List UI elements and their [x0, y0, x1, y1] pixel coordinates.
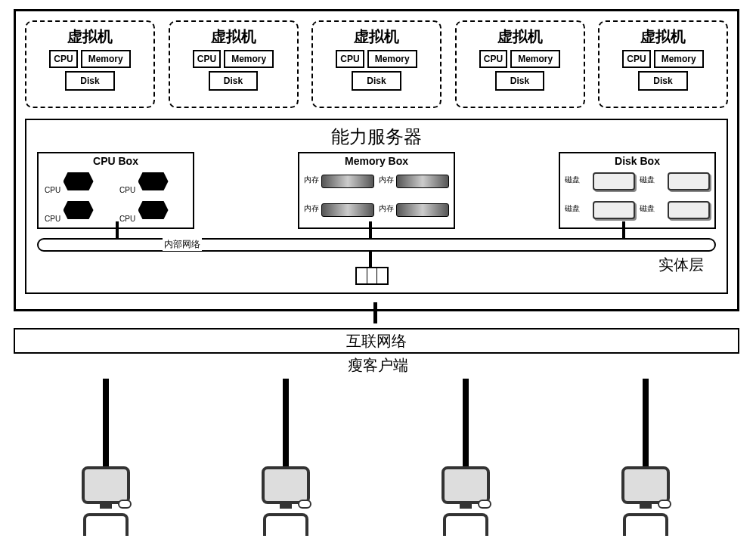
- vm-memory: Memory: [654, 50, 704, 68]
- vm-memory: Memory: [224, 50, 274, 68]
- connector-line: [116, 221, 119, 238]
- thin-client: [420, 466, 511, 542]
- mouse-icon: [118, 500, 132, 509]
- vm-box: 虚拟机 CPU Memory Disk: [598, 20, 728, 108]
- monitor-icon: [262, 466, 310, 504]
- memory-item: 内存: [304, 169, 374, 194]
- vm-disk: Disk: [209, 71, 258, 91]
- disk-box-title: Disk Box: [563, 155, 711, 167]
- internet-bar: 互联网络: [14, 328, 739, 354]
- vm-memory: Memory: [367, 50, 417, 68]
- cpu-label: CPU: [119, 186, 135, 194]
- connector-line: [369, 221, 372, 238]
- memory-box-title: Memory Box: [302, 155, 451, 167]
- disk-drive-icon: [668, 172, 710, 190]
- vm-cpu: CPU: [622, 50, 650, 68]
- mouse-icon: [658, 500, 671, 509]
- ram-stick-icon: [396, 203, 449, 217]
- thin-client-label: 瘦客户端: [14, 355, 742, 376]
- disk-drive-icon: [593, 201, 635, 219]
- cpu-chip-icon: [64, 201, 94, 219]
- cpu-label: CPU: [45, 186, 60, 194]
- internal-bus-label: 内部网络: [163, 238, 202, 251]
- vm-disk: Disk: [495, 71, 544, 91]
- vm-title: 虚拟机: [318, 26, 435, 47]
- vm-box: 虚拟机 CPU Memory Disk: [455, 20, 585, 108]
- vm-box: 虚拟机 CPU Memory Disk: [169, 20, 299, 108]
- server-title: 能力服务器: [34, 125, 719, 149]
- memory-label: 内存: [304, 203, 319, 214]
- vm-memory: Memory: [81, 50, 131, 68]
- cpu-chip-icon: [138, 201, 169, 219]
- cpu-item: CPU: [118, 169, 188, 194]
- mouse-icon: [478, 500, 491, 509]
- connector-line: [103, 379, 109, 469]
- cpu-box-title: CPU Box: [42, 155, 190, 167]
- network-switch-icon: [355, 267, 389, 285]
- disk-box: Disk Box 磁盘 磁盘 磁盘 磁盘: [559, 152, 716, 229]
- thin-client: [240, 466, 331, 542]
- chair-icon: [83, 513, 129, 536]
- clients-area: [14, 379, 739, 545]
- cpu-box: CPU Box CPU CPU CPU CPU: [37, 152, 194, 229]
- connector-line: [283, 379, 289, 469]
- monitor-icon: [82, 466, 130, 504]
- memory-label: 内存: [379, 175, 394, 185]
- hardware-boxes-row: CPU Box CPU CPU CPU CPU Memory Box 内存 内存…: [34, 152, 719, 229]
- vm-cpu: CPU: [336, 50, 364, 68]
- disk-label: 磁盘: [640, 203, 655, 214]
- monitor-icon: [442, 466, 490, 504]
- cpu-chip-icon: [64, 172, 94, 190]
- vm-cpu: CPU: [479, 50, 507, 68]
- vm-layer: 虚拟机 CPU Memory Disk 虚拟机 CPU Memory Disk …: [25, 20, 728, 108]
- vm-disk: Disk: [638, 71, 687, 91]
- disk-item: 磁盘: [565, 169, 635, 194]
- disk-item: 磁盘: [565, 197, 635, 223]
- thin-client: [600, 466, 691, 542]
- chair-icon: [623, 513, 668, 536]
- disk-item: 磁盘: [640, 169, 710, 194]
- memory-label: 内存: [304, 175, 319, 185]
- vm-title: 虚拟机: [604, 26, 722, 47]
- vm-disk: Disk: [352, 71, 401, 91]
- memory-label: 内存: [379, 203, 394, 214]
- mouse-icon: [298, 500, 311, 509]
- memory-item: 内存: [379, 169, 449, 194]
- disk-drive-icon: [668, 201, 710, 219]
- disk-drive-icon: [593, 172, 635, 190]
- connector-line: [373, 302, 377, 323]
- memory-item: 内存: [379, 197, 449, 223]
- disk-label: 磁盘: [565, 203, 580, 214]
- connector-line: [643, 379, 649, 469]
- connector-line: [463, 379, 469, 469]
- internet-label: 互联网络: [346, 333, 407, 349]
- cpu-item: CPU: [43, 169, 113, 194]
- chair-icon: [443, 513, 488, 536]
- ram-stick-icon: [396, 175, 449, 188]
- memory-box: Memory Box 内存 内存 内存 内存: [298, 152, 455, 229]
- cpu-chip-icon: [138, 172, 169, 190]
- cpu-item: CPU: [43, 197, 113, 223]
- physical-layer-label: 实体层: [658, 255, 704, 275]
- vm-cpu: CPU: [49, 50, 77, 68]
- memory-item: 内存: [304, 197, 374, 223]
- chair-icon: [263, 513, 308, 536]
- vm-cpu: CPU: [193, 50, 221, 68]
- disk-label: 磁盘: [565, 175, 580, 185]
- capability-server-frame: 能力服务器 CPU Box CPU CPU CPU CPU Memory Box…: [25, 119, 728, 294]
- vm-title: 虚拟机: [461, 26, 579, 47]
- vm-disk: Disk: [65, 71, 114, 91]
- cpu-label: CPU: [45, 215, 60, 223]
- disk-label: 磁盘: [640, 175, 655, 185]
- disk-item: 磁盘: [640, 197, 710, 223]
- monitor-icon: [621, 466, 670, 504]
- virtualization-frame: 虚拟机 CPU Memory Disk 虚拟机 CPU Memory Disk …: [14, 9, 739, 311]
- internal-bus: [37, 238, 716, 252]
- ram-stick-icon: [321, 175, 374, 188]
- vm-box: 虚拟机 CPU Memory Disk: [311, 20, 442, 108]
- cpu-label: CPU: [119, 215, 135, 223]
- thin-client: [60, 466, 151, 542]
- ram-stick-icon: [321, 203, 374, 217]
- vm-title: 虚拟机: [175, 26, 293, 47]
- connector-line: [622, 221, 625, 238]
